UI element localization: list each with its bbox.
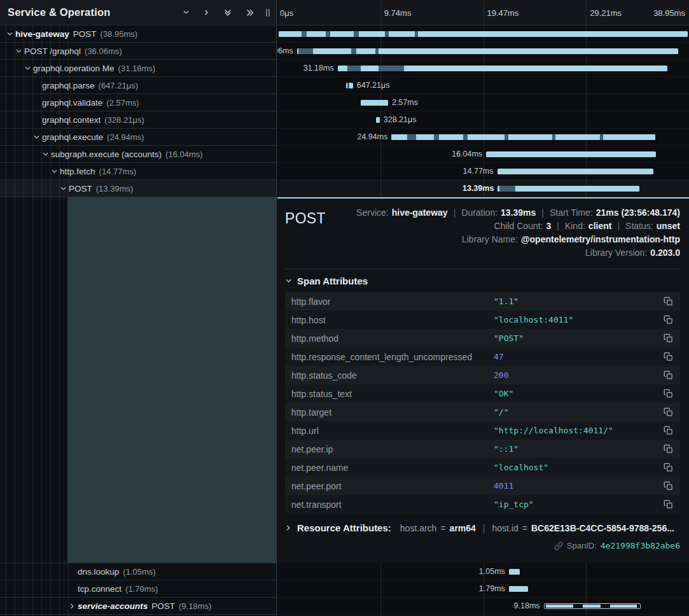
copy-value-button[interactable] [662,407,674,417]
span-self-segment [351,48,356,54]
copy-value-button[interactable] [662,333,674,343]
waterfall-row: 9.18ms [277,598,689,615]
span-detail-spacer [0,197,276,563]
copy-value-button[interactable] [662,315,674,325]
copy-value-button[interactable] [662,370,674,380]
copy-value-button[interactable] [662,389,674,398]
panel-resize-handle[interactable] [265,8,271,18]
attribute-row: net.transport"ip_tcp" [285,495,680,514]
copy-value-button[interactable] [662,297,674,306]
operation-name: POST /graphql [24,46,81,56]
tree-row[interactable]: tcp.connect(1.79ms) [0,580,276,598]
selected-span-detail-block [67,197,276,563]
span-bar[interactable] [509,586,528,592]
tree-row[interactable]: graphql.operation Me(31.18ms) [0,60,276,77]
chevron-down-button[interactable] [181,8,191,17]
copy-value-button[interactable] [662,352,674,361]
copy-icon [664,463,673,472]
tree-row[interactable]: hive-gatewayPOST(38.95ms) [0,25,276,43]
span-meta-line: Service:hive-gateway|Duration:13.39ms|St… [356,206,680,220]
tree-row[interactable]: graphql.execute(24.94ms) [0,129,276,146]
span-self-segment [415,31,418,37]
copy-icon [664,500,673,509]
span-bar[interactable] [498,186,639,192]
span-child-segment [546,605,573,608]
chevron-down-icon[interactable] [285,277,292,284]
span-self-segment [347,83,349,88]
tree-row[interactable]: http.fetch(14.77ms) [0,163,276,180]
service-name: service-accounts [78,601,148,611]
chevron-down-icon[interactable] [15,48,24,55]
span-bar[interactable] [498,169,653,174]
chevron-down-icon [60,185,67,192]
tree-row[interactable]: graphql.context(328.21μs) [0,111,276,129]
span-bar[interactable] [376,117,379,123]
separator: | [617,221,620,231]
span-attributes-header[interactable]: Span Attributes [285,276,680,286]
chevron-right-icon[interactable] [69,603,78,610]
double-chevron-down-button[interactable] [222,7,233,18]
duration-label: 1.05ms [479,563,505,580]
timeline-tick-label: 19.47ms [487,0,519,25]
chevron-down-icon[interactable] [51,168,60,175]
span-duration: (38.95ms) [101,29,138,39]
chevron-down-icon [15,48,22,55]
copy-value-button[interactable] [662,500,674,509]
chevron-down-icon[interactable] [33,134,42,141]
tree-row[interactable]: subgraph.execute (accounts)(16.04ms) [0,146,276,163]
attribute-row: http.status_code200 [285,366,680,384]
meta-label: Duration: [461,207,498,218]
copy-value-button[interactable] [662,444,674,454]
span-self-segment [434,134,439,140]
copy-value-button[interactable] [662,463,674,472]
attribute-key: net.peer.ip [291,444,494,454]
attribute-key: http.status_code [291,370,494,381]
duration-label: 31.18ms [303,60,334,77]
span-bar[interactable] [391,134,655,140]
attribute-value: "localhost:4011" [494,315,662,325]
tree-row[interactable]: graphql.parse(647.21μs) [0,77,276,94]
chevron-down-icon[interactable] [60,185,69,192]
span-detail-header: POST Service:hive-gateway|Duration:13.39… [285,206,680,260]
chevron-down-icon[interactable] [42,151,51,158]
attribute-key: net.transport [291,500,494,510]
tree-row[interactable]: dns.lookup(1.05ms) [0,563,276,580]
copy-value-button[interactable] [662,426,674,435]
span-bar[interactable] [279,31,688,37]
chevron-down-icon[interactable] [24,65,33,72]
tree-row[interactable]: service-accountsPOST(9.18ms) [0,598,276,615]
attribute-value: "OK" [494,389,662,398]
tree-row[interactable]: graphql.validate(2.57ms) [0,94,276,111]
tree-row[interactable]: POST(13.39ms) [0,180,276,197]
span-detail-panel: POST Service:hive-gateway|Duration:13.39… [277,197,689,563]
chevron-right-icon[interactable] [285,524,292,531]
resource-value: arm64 [450,523,476,533]
attribute-row: http.flavor"1.1" [285,292,680,311]
drag-handle-icon [265,8,271,18]
duration-label: 647.21μs [357,77,390,94]
attribute-value: 4011 [494,481,662,491]
chevron-right-button[interactable] [202,8,211,17]
chevron-down-icon [183,9,190,16]
chevron-down-icon [51,168,58,175]
attribute-row: http.url"http://localhost:4011/" [285,421,680,440]
copy-span-link-button[interactable] [554,542,563,550]
span-self-segment [499,186,515,192]
span-self-segment [463,134,468,140]
span-self-segment [385,31,389,37]
attribute-row: net.peer.ip"::1" [285,440,680,458]
waterfall-row: 36.06ms [277,43,689,60]
chevron-down-icon[interactable] [6,31,15,38]
copy-value-button[interactable] [662,481,674,491]
timeline-gridline [380,0,381,25]
meta-label: Status: [625,221,653,231]
span-bar[interactable] [509,569,520,575]
separator: | [557,221,559,231]
tree-row[interactable]: POST /graphql(36.06ms) [0,43,276,60]
chevron-down-icon [285,277,292,284]
resource-attributes-row[interactable]: Resource Attributes: host.arch=arm64|hos… [285,522,680,533]
span-bar[interactable] [361,100,388,106]
meta-value: @opentelemetry/instrumentation-http [521,234,680,244]
span-bar[interactable] [486,151,655,157]
double-chevron-right-button[interactable] [244,7,256,18]
